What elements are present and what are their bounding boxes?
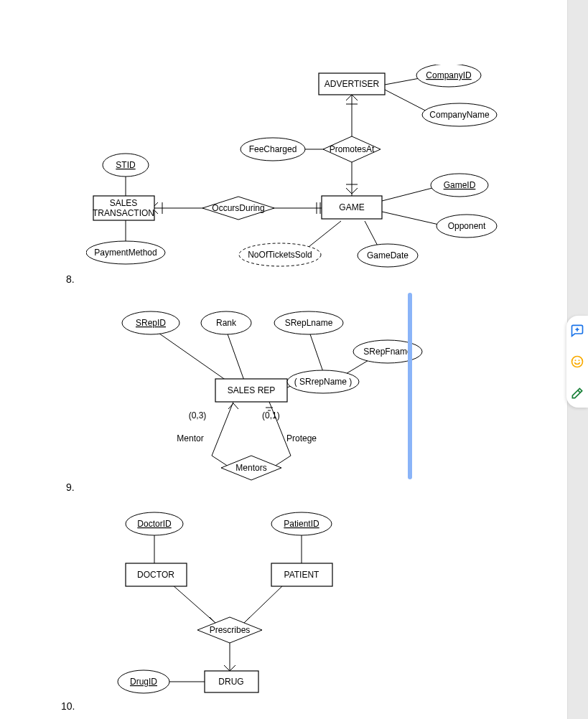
rel-promotesat: PromotesAt — [330, 144, 375, 154]
card-protege: (0,1) — [262, 410, 280, 420]
role-protege: Protege — [286, 433, 317, 443]
attr-companyname: CompanyName — [429, 110, 490, 120]
attr-stid: STID — [116, 160, 136, 170]
svg-line-34 — [309, 330, 323, 372]
attr-opponent: Opponent — [448, 221, 486, 231]
attr-gameid: GameID — [444, 180, 476, 190]
list-marker-9: 9. — [66, 481, 75, 493]
add-comment-icon[interactable] — [570, 323, 584, 337]
erd-9: SALES REP Mentors (0,3) (0,1) Mentor Pro… — [86, 301, 459, 488]
attr-srepid: SRepID — [136, 318, 166, 328]
svg-line-53 — [244, 585, 284, 623]
entity-patient: PATIENT — [284, 570, 320, 580]
erd-8: ADVERTISER SALES TRANSACTION GAME Promot… — [86, 65, 531, 280]
role-mentor: Mentor — [177, 433, 203, 443]
svg-text:SALES: SALES — [110, 198, 138, 208]
svg-point-65 — [572, 357, 583, 367]
document-page: 8. 9. 10. — [0, 0, 568, 719]
attr-gamedate: GameDate — [367, 250, 409, 260]
svg-line-68 — [578, 390, 580, 393]
attr-rank: Rank — [216, 318, 237, 328]
entity-advertiser: ADVERTISER — [325, 79, 380, 89]
rel-prescribes: Prescribes — [210, 625, 251, 635]
svg-line-2 — [385, 90, 431, 113]
comment-toolbar — [566, 316, 588, 408]
attr-sreplname: SRepLname — [285, 318, 333, 328]
entity-doctor: DOCTOR — [137, 570, 174, 580]
attr-doctorid: DoctorID — [137, 519, 172, 529]
svg-line-37 — [212, 402, 233, 456]
svg-line-32 — [154, 330, 226, 380]
entity-game: GAME — [339, 202, 364, 212]
svg-line-5 — [382, 187, 438, 201]
list-marker-10: 10. — [61, 700, 75, 712]
entity-drug: DRUG — [218, 677, 243, 687]
attr-srrepname: ( SRrepName ) — [294, 377, 353, 387]
entity-salesrep: SALES REP — [228, 385, 276, 395]
comment-highlight-bar[interactable] — [408, 293, 412, 479]
attr-patientid: PatientID — [284, 519, 319, 529]
svg-point-66 — [575, 360, 577, 361]
attr-companyid: CompanyID — [426, 70, 472, 80]
svg-line-39 — [212, 456, 228, 466]
page: 8. 9. 10. — [0, 0, 588, 719]
svg-text:TRANSACTION: TRANSACTION — [93, 208, 154, 218]
svg-line-40 — [274, 456, 291, 466]
svg-line-6 — [382, 212, 445, 226]
attr-noofticketssold: NoOfTicketsSold — [248, 250, 312, 260]
rel-occursduring: OccursDuring — [212, 203, 264, 213]
add-reaction-icon[interactable] — [570, 354, 584, 369]
attr-feecharged: FeeCharged — [249, 144, 297, 154]
attr-srepfname: SRepFname — [363, 347, 412, 357]
rel-mentors: Mentors — [235, 463, 266, 473]
erd-10: DOCTOR PATIENT DRUG Prescribes DoctorID … — [86, 502, 388, 703]
card-mentor: (0,3) — [189, 410, 207, 420]
attr-paymentmethod: PaymentMethod — [94, 248, 157, 258]
list-marker-8: 8. — [66, 273, 75, 285]
svg-line-52 — [172, 585, 215, 623]
svg-point-67 — [579, 360, 580, 361]
attr-drugid: DrugID — [130, 677, 157, 687]
svg-line-33 — [226, 330, 244, 380]
suggest-edit-icon[interactable] — [570, 386, 584, 400]
